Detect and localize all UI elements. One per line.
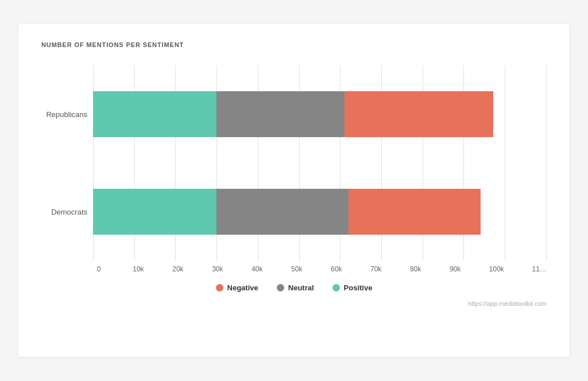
bar-row-republicans: [93, 83, 547, 146]
x-label: 60k: [331, 265, 342, 273]
x-axis: 010k20k30k40k50k60k70k80k90k100k11…: [93, 261, 547, 273]
x-label: 90k: [450, 265, 461, 273]
x-label: 20k: [172, 265, 184, 273]
bar-row-democrats: [93, 180, 547, 243]
legend-dot-positive: [332, 284, 340, 291]
segment-republicans-neutral: [216, 91, 345, 137]
stacked-bar-democrats: [93, 189, 481, 235]
x-label: 10k: [133, 265, 144, 273]
x-label: 11…: [532, 265, 547, 273]
chart-container: NUMBER OF MENTIONS PER SENTIMENT Republi…: [18, 24, 570, 357]
x-label: 70k: [370, 265, 382, 273]
legend-label-neutral: Neutral: [288, 283, 314, 292]
legend-item-neutral: Neutral: [277, 283, 314, 292]
chart-title: NUMBER OF MENTIONS PER SENTIMENT: [41, 41, 547, 48]
x-label: 0: [93, 265, 105, 273]
y-label-republicans: Republicans: [46, 110, 87, 119]
segment-republicans-negative: [345, 91, 493, 137]
chart-area: Republicans Democrats: [41, 65, 547, 261]
segment-republicans-positive: [93, 91, 216, 137]
segment-democrats-positive: [93, 189, 216, 235]
x-label: 100k: [489, 265, 504, 273]
plot-area: [93, 65, 547, 261]
legend-item-positive: Positive: [332, 283, 373, 292]
x-label: 40k: [252, 265, 263, 273]
y-axis: Republicans Democrats: [41, 65, 93, 261]
legend-dot-neutral: [277, 284, 284, 291]
legend: Negative Neutral Positive: [41, 283, 547, 292]
watermark: https://app.mediatoolkit.com: [41, 300, 547, 307]
x-label: 50k: [291, 265, 303, 273]
legend-dot-negative: [216, 284, 223, 291]
y-label-democrats: Democrats: [51, 208, 87, 216]
x-label: 30k: [212, 265, 223, 273]
x-label: 80k: [410, 265, 421, 273]
segment-democrats-neutral: [216, 189, 349, 235]
segment-democrats-negative: [349, 189, 481, 235]
legend-label-positive: Positive: [344, 283, 373, 292]
legend-item-negative: Negative: [216, 283, 258, 292]
stacked-bar-republicans: [93, 91, 493, 137]
legend-label-negative: Negative: [227, 283, 258, 292]
